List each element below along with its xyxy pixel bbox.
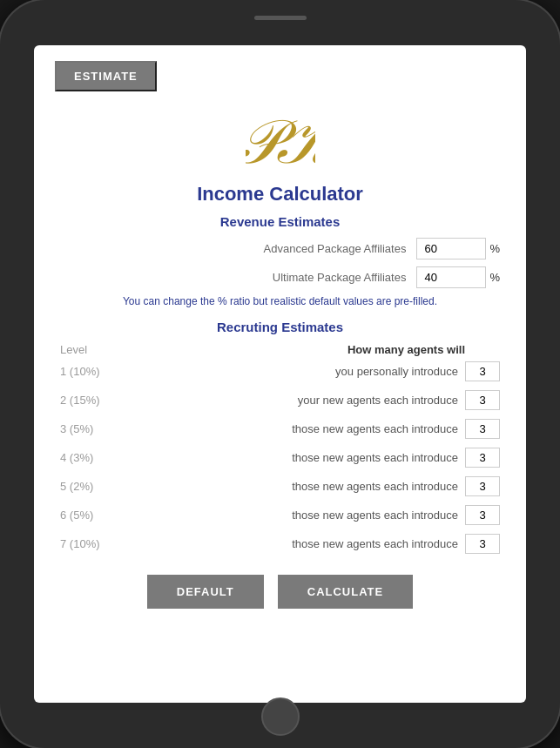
agent-description: your new agents each introduce	[130, 394, 465, 407]
level-label: 5 (2%)	[60, 480, 130, 493]
col-agents-header: How many agents will	[130, 343, 500, 356]
ultimate-percent-sign: %	[489, 271, 500, 284]
tablet-home-button[interactable]	[261, 697, 300, 736]
level-1-input[interactable]	[465, 361, 500, 381]
agent-description: those new agents each introduce	[130, 509, 465, 522]
recruiting-row: 7 (10%)those new agents each introduce	[51, 532, 509, 556]
level-label: 2 (15%)	[60, 394, 130, 407]
recruiting-row: 2 (15%)your new agents each introduce	[51, 388, 509, 412]
level-5-input[interactable]	[465, 476, 500, 496]
recruiting-header: Level How many agents will	[51, 343, 509, 356]
svg-text:𝒫𝒦: 𝒫𝒦	[246, 109, 315, 170]
agent-description: those new agents each introduce	[130, 537, 465, 550]
advanced-input-wrap: %	[416, 238, 500, 259]
agent-description: those new agents each introduce	[130, 480, 465, 493]
level-6-input[interactable]	[465, 505, 500, 525]
advanced-package-input[interactable]	[416, 238, 486, 259]
level-label: 6 (5%)	[60, 509, 130, 522]
estimate-tab-button[interactable]: ESTIMATE	[55, 61, 157, 91]
ultimate-package-label: Ultimate Package Affiliates	[60, 271, 416, 284]
tablet-device: ESTIMATE 𝒫𝒦 Income Calculator Revenue Es…	[0, 0, 560, 748]
advanced-package-label: Advanced Package Affiliates	[60, 242, 416, 255]
buttons-row: DEFAULT CALCULATE	[34, 575, 526, 609]
logo-area: 𝒫𝒦	[34, 100, 526, 178]
recruiting-section-title: Recruting Estimates	[51, 320, 509, 334]
page-title: Income Calculator	[34, 183, 526, 206]
agent-description: those new agents each introduce	[130, 422, 465, 435]
level-label: 3 (5%)	[60, 422, 130, 435]
agent-description: those new agents each introduce	[130, 451, 465, 464]
advanced-package-row: Advanced Package Affiliates %	[60, 238, 500, 259]
tablet-top-bar	[254, 16, 307, 20]
hint-text: You can change the % ratio but realistic…	[60, 295, 500, 307]
recruiting-section: Recruting Estimates Level How many agent…	[34, 320, 526, 556]
level-2-input[interactable]	[465, 390, 500, 410]
level-label: 4 (3%)	[60, 451, 130, 464]
tablet-screen: ESTIMATE 𝒫𝒦 Income Calculator Revenue Es…	[34, 45, 526, 703]
col-level-header: Level	[60, 343, 130, 356]
level-4-input[interactable]	[465, 448, 500, 468]
level-label: 1 (10%)	[60, 365, 130, 378]
level-label: 7 (10%)	[60, 537, 130, 550]
calculate-button[interactable]: CALCULATE	[278, 575, 413, 609]
recruiting-row: 6 (5%)those new agents each introduce	[51, 503, 509, 527]
revenue-section: Revenue Estimates Advanced Package Affil…	[34, 214, 526, 307]
level-3-input[interactable]	[465, 419, 500, 439]
recruiting-row: 1 (10%)you personally introduce	[51, 360, 509, 383]
advanced-percent-sign: %	[489, 242, 500, 255]
agent-description: you personally introduce	[130, 365, 465, 378]
logo-svg: 𝒫𝒦	[246, 100, 315, 170]
default-button[interactable]: DEFAULT	[147, 575, 264, 609]
recruiting-row: 4 (3%)those new agents each introduce	[51, 446, 509, 469]
ultimate-package-row: Ultimate Package Affiliates %	[60, 266, 500, 288]
level-7-input[interactable]	[465, 534, 500, 554]
recruiting-row: 5 (2%)those new agents each introduce	[51, 475, 509, 498]
recruiting-row: 3 (5%)those new agents each introduce	[51, 417, 509, 441]
ultimate-input-wrap: %	[416, 266, 500, 288]
revenue-section-title: Revenue Estimates	[60, 214, 500, 229]
brand-logo: 𝒫𝒦	[246, 100, 315, 178]
screen-content: ESTIMATE 𝒫𝒦 Income Calculator Revenue Es…	[34, 45, 526, 635]
ultimate-package-input[interactable]	[416, 266, 486, 288]
recruiting-rows: 1 (10%)you personally introduce2 (15%)yo…	[51, 360, 509, 556]
